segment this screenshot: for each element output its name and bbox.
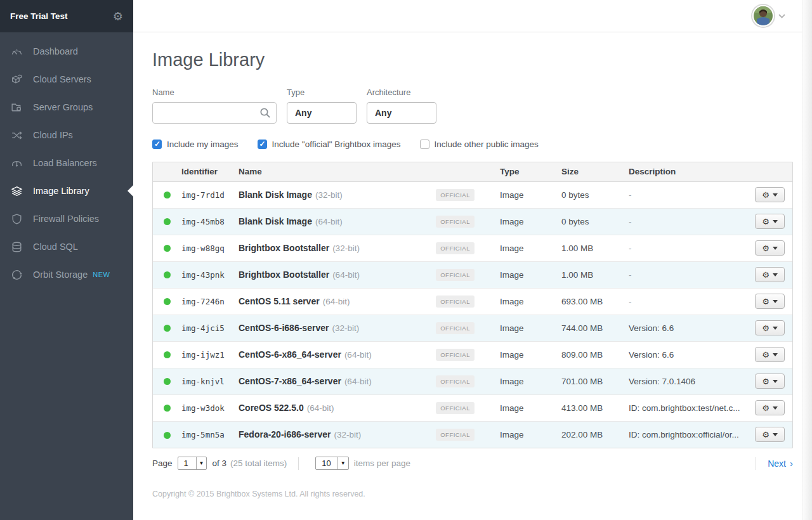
sidebar-item-label: Cloud IPs xyxy=(33,130,73,140)
settings-gear-icon[interactable]: ⚙ xyxy=(113,11,123,22)
image-name: CoreOS 522.5.0 xyxy=(239,403,304,413)
select-arrow-icon: ▼ xyxy=(196,457,207,469)
image-size: 0 bytes xyxy=(561,208,629,235)
chevron-down-icon[interactable] xyxy=(778,14,785,18)
user-menu[interactable] xyxy=(752,5,785,27)
row-actions-button[interactable]: ⚙ xyxy=(755,347,785,362)
active-item-arrow xyxy=(128,185,133,197)
sidebar-item-dashboard[interactable]: Dashboard xyxy=(0,37,133,65)
image-arch: (64-bit) xyxy=(315,217,343,226)
image-name: Blank Disk Image xyxy=(239,216,312,226)
row-actions-button[interactable]: ⚙ xyxy=(755,374,785,389)
image-identifier: img-4jci5 xyxy=(181,323,225,333)
caret-down-icon xyxy=(773,193,778,197)
row-actions-button[interactable]: ⚙ xyxy=(755,240,785,256)
image-name: Brightbox Bootstaller xyxy=(239,270,329,280)
next-chevron-icon: › xyxy=(790,458,793,468)
row-actions-button[interactable]: ⚙ xyxy=(755,294,785,309)
status-dot xyxy=(164,298,171,305)
image-name: CentOS 5.11 server xyxy=(239,296,320,306)
checkbox-label: Include other public images xyxy=(435,140,539,149)
image-description: ID: com.brightbox:official/or... xyxy=(629,421,756,448)
image-description: Version: 7.0.1406 xyxy=(629,368,756,394)
checkbox-unchecked[interactable] xyxy=(420,140,429,149)
table-row: img-7246n CentOS 5.11 server(64-bit)OFFI… xyxy=(153,288,792,315)
image-arch: (32-bit) xyxy=(332,244,360,253)
divider xyxy=(756,457,756,470)
official-badge: OFFICIAL xyxy=(436,189,475,201)
filter-type: Type Any xyxy=(287,88,357,124)
gear-icon: ⚙ xyxy=(762,218,769,226)
sidebar-item-cloud-servers[interactable]: Cloud Servers xyxy=(0,65,133,93)
sidebar-item-load-balancers[interactable]: Load Balancers xyxy=(0,149,133,177)
gear-icon: ⚙ xyxy=(762,244,769,252)
table-row: img-45mb8 Blank Disk Image(64-bit)OFFICI… xyxy=(153,208,792,235)
image-size: 202.00 MB xyxy=(561,421,629,448)
filter-architecture: Architecture Any xyxy=(367,88,436,124)
official-badge: OFFICIAL xyxy=(436,296,475,308)
search-icon xyxy=(259,107,271,121)
next-page-link[interactable]: Next › xyxy=(768,458,793,469)
filters-bar: Name Type Any Architecture Any xyxy=(152,88,793,124)
filter-name: Name xyxy=(152,88,277,124)
architecture-select[interactable]: Any xyxy=(367,102,436,124)
sidebar-item-firewall-policies[interactable]: Firewall Policies xyxy=(0,205,133,233)
row-actions-button[interactable]: ⚙ xyxy=(755,427,785,442)
sidebar-item-label: Dashboard xyxy=(33,46,78,56)
copyright-text: Copyright © 2015 Brightbox Systems Ltd. … xyxy=(152,490,793,498)
image-size: 413.00 MB xyxy=(561,394,629,421)
new-badge: NEW xyxy=(93,271,110,278)
checkbox-checked[interactable] xyxy=(258,140,267,149)
row-actions-button[interactable]: ⚙ xyxy=(755,267,785,282)
sidebar-item-cloud-sql[interactable]: Cloud SQL xyxy=(0,233,133,261)
sidebar-item-cloud-ips[interactable]: Cloud IPs xyxy=(0,121,133,149)
page-select[interactable]: 1 ▼ xyxy=(178,457,207,470)
status-dot xyxy=(164,245,171,252)
image-arch: (32-bit) xyxy=(315,190,343,200)
page-title: Image Library xyxy=(152,49,793,70)
per-page-select[interactable]: 10 ▼ xyxy=(315,457,348,470)
checkbox-include-my-images[interactable]: Include my images xyxy=(152,140,239,149)
image-identifier: img-7246n xyxy=(181,297,225,306)
image-type: Image xyxy=(500,208,561,235)
image-description: ID: com.brightbox:test/net.c... xyxy=(629,394,756,421)
name-search-input[interactable] xyxy=(159,103,254,122)
page-of-text: of 3 xyxy=(212,458,226,468)
sidebar-item-image-library[interactable]: Image Library xyxy=(0,177,133,205)
pagination-bar: Page 1 ▼ of 3 (25 total items) 10 ▼ item… xyxy=(152,457,793,470)
checkbox-label: Include "official" Brightbox images xyxy=(272,140,401,149)
orbit-storage-icon xyxy=(10,268,23,282)
checkbox-include-official-brightbox-images[interactable]: Include "official" Brightbox images xyxy=(258,140,401,149)
row-actions-button[interactable]: ⚙ xyxy=(755,320,785,335)
image-type: Image xyxy=(500,394,561,421)
scrollbar[interactable] xyxy=(802,0,812,520)
table-row: img-ijwz1 CentOS-6-x86_64-server(64-bit)… xyxy=(153,341,792,368)
architecture-filter-label: Architecture xyxy=(367,88,436,97)
row-actions-button[interactable]: ⚙ xyxy=(755,400,785,415)
caret-down-icon xyxy=(773,300,778,303)
gear-icon: ⚙ xyxy=(762,351,769,359)
row-actions-button[interactable]: ⚙ xyxy=(755,187,785,202)
image-identifier: img-43pnk xyxy=(181,270,225,280)
sidebar-item-orbit-storage[interactable]: Orbit StorageNEW xyxy=(0,261,133,289)
status-dot xyxy=(164,378,171,385)
checkbox-include-other-public-images[interactable]: Include other public images xyxy=(420,140,539,149)
sidebar-item-label: Load Balancers xyxy=(33,158,97,168)
sidebar-item-label: Orbit Storage xyxy=(33,270,88,280)
row-actions-button[interactable]: ⚙ xyxy=(755,214,785,229)
user-avatar[interactable] xyxy=(752,5,774,27)
status-dot xyxy=(164,405,171,412)
type-select[interactable]: Any xyxy=(287,102,357,124)
load-balancers-icon xyxy=(10,156,23,170)
sidebar-item-server-groups[interactable]: Server Groups xyxy=(0,93,133,121)
sidebar-item-label: Cloud SQL xyxy=(33,242,78,252)
sidebar: Free Trial Test ⚙ DashboardCloud Servers… xyxy=(0,0,133,520)
image-size: 1.00 MB xyxy=(561,235,629,261)
table-row: img-43pnk Brightbox Bootstaller(64-bit)O… xyxy=(153,261,792,288)
image-type: Image xyxy=(500,315,561,341)
image-identifier: img-knjvl xyxy=(181,377,225,386)
image-type: Image xyxy=(500,421,561,448)
divider xyxy=(298,457,299,470)
checkbox-checked[interactable] xyxy=(152,140,162,149)
image-type: Image xyxy=(500,261,561,288)
